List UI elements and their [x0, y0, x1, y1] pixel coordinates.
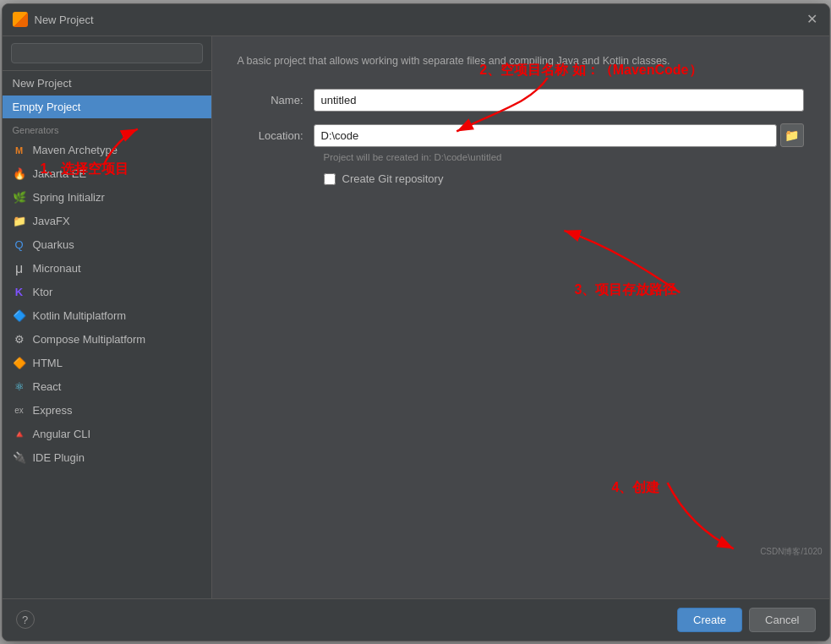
express-label: Express — [33, 404, 73, 417]
project-path-hint: Project will be created in: D:\code\unti… — [324, 152, 804, 162]
create-git-checkbox[interactable] — [324, 173, 336, 185]
app-icon — [13, 12, 28, 27]
help-button[interactable]: ? — [16, 610, 35, 629]
sidebar-item-javafx[interactable]: 📁 JavaFX — [3, 210, 211, 233]
ktor-icon: K — [13, 286, 26, 299]
compose-label: Compose Multiplatform — [33, 333, 146, 346]
sidebar-item-compose-multiplatform[interactable]: ⚙ Compose Multiplatform — [3, 328, 211, 352]
name-input[interactable] — [314, 89, 804, 112]
search-input[interactable] — [11, 43, 203, 63]
compose-icon: ⚙ — [13, 333, 26, 347]
javafx-label: JavaFX — [33, 215, 70, 227]
browse-folder-button[interactable]: 📁 — [780, 123, 804, 147]
sidebar-item-jakarta-ee[interactable]: 🔥 Jakarta EE — [3, 162, 211, 186]
new-project-dialog: New Project ✕ New Project Empty Project … — [2, 3, 830, 641]
express-icon: ex — [13, 404, 26, 418]
sidebar-item-maven-archetype[interactable]: M Maven Archetype — [3, 139, 211, 162]
spring-icon: 🌿 — [13, 191, 26, 205]
description: A basic project that allows working with… — [238, 53, 804, 69]
name-label: Name: — [238, 94, 314, 106]
sidebar-item-angular-cli[interactable]: 🔺 Angular CLI — [3, 423, 211, 446]
git-checkbox-row: Create Git repository — [324, 172, 804, 185]
ide-plugin-icon: 🔌 — [13, 451, 26, 465]
cancel-button[interactable]: Cancel — [749, 608, 815, 632]
search-box — [3, 36, 211, 71]
annotation-4: 4、创建 — [612, 479, 660, 497]
kotlin-icon: 🔷 — [13, 309, 26, 323]
angular-label: Angular CLI — [33, 428, 91, 440]
sidebar-item-ktor[interactable]: K Ktor — [3, 281, 211, 304]
create-git-label[interactable]: Create Git repository — [342, 172, 444, 185]
main-content: New Project Empty Project Generators M M… — [3, 36, 829, 598]
sidebar-item-react[interactable]: ⚛ React — [3, 375, 211, 399]
ide-plugin-label: IDE Plugin — [33, 451, 85, 464]
location-input[interactable] — [314, 124, 777, 147]
title-bar: New Project ✕ — [3, 4, 829, 36]
maven-icon: M — [13, 144, 26, 157]
javafx-icon: 📁 — [13, 215, 26, 228]
sidebar-item-html[interactable]: 🔶 HTML — [3, 352, 211, 375]
angular-icon: 🔺 — [13, 428, 26, 441]
close-button[interactable]: ✕ — [806, 13, 819, 26]
empty-project-label: Empty Project — [13, 101, 81, 113]
maven-label: Maven Archetype — [33, 144, 118, 156]
annotation-3: 3、项目存放路径 — [575, 281, 677, 299]
location-row: Location: 📁 — [238, 123, 804, 147]
html-icon: 🔶 — [13, 357, 26, 370]
react-label: React — [33, 380, 62, 393]
quarkus-label: Quarkus — [33, 238, 74, 251]
new-project-label: New Project — [13, 77, 72, 90]
sidebar-item-express[interactable]: ex Express — [3, 399, 211, 423]
sidebar-item-quarkus[interactable]: Q Quarkus — [3, 233, 211, 257]
location-label: Location: — [238, 129, 314, 142]
jakarta-label: Jakarta EE — [33, 167, 87, 180]
sidebar-item-empty-project[interactable]: Empty Project — [3, 96, 211, 118]
dialog-title: New Project — [35, 14, 806, 26]
sidebar: New Project Empty Project Generators M M… — [3, 36, 212, 598]
watermark: CSDN博客/1020 — [760, 546, 822, 558]
sidebar-item-kotlin-multiplatform[interactable]: 🔷 Kotlin Multiplatform — [3, 304, 211, 328]
micronaut-icon: μ — [13, 262, 26, 276]
kotlin-label: Kotlin Multiplatform — [33, 309, 127, 322]
arrows-overlay — [212, 36, 829, 598]
quarkus-icon: Q — [13, 238, 26, 252]
jakarta-icon: 🔥 — [13, 167, 26, 181]
html-label: HTML — [33, 357, 63, 369]
sidebar-item-ide-plugin[interactable]: 🔌 IDE Plugin — [3, 446, 211, 470]
sidebar-item-new-project[interactable]: New Project — [3, 71, 211, 96]
bottom-bar: ? Create Cancel — [3, 598, 829, 641]
sidebar-item-spring-initializr[interactable]: 🌿 Spring Initializr — [3, 186, 211, 210]
generators-label: Generators — [3, 118, 211, 139]
micronaut-label: Micronaut — [33, 262, 81, 275]
right-panel: 2、空项目名称 如：（MavenCode） A basic project th… — [212, 36, 829, 598]
spring-label: Spring Initializr — [33, 191, 105, 204]
react-icon: ⚛ — [13, 380, 26, 394]
create-button[interactable]: Create — [677, 608, 742, 632]
name-row: Name: — [238, 89, 804, 112]
sidebar-item-micronaut[interactable]: μ Micronaut — [3, 257, 211, 281]
ktor-label: Ktor — [33, 286, 53, 298]
